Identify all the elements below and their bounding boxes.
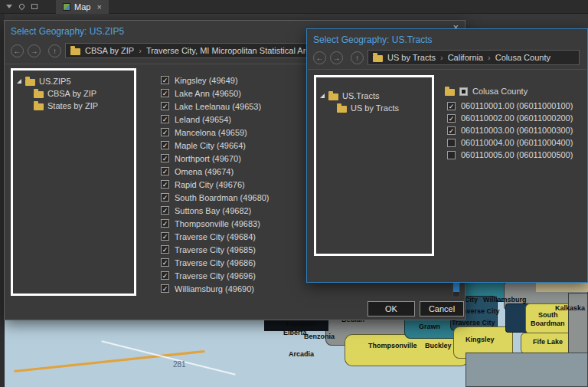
item-label: Traverse City (49685) (175, 245, 256, 254)
item-checkbox[interactable]: ✓ (161, 232, 169, 241)
item-checkbox[interactable]: ✓ (161, 193, 169, 202)
item-checkbox[interactable]: ✓ (161, 271, 169, 280)
item-label: Suttons Bay (49682) (175, 206, 251, 215)
list-item[interactable]: ✓060110003.00 (06011000300) (447, 124, 585, 136)
map-place-label: Grawn (419, 323, 440, 330)
item-checkbox[interactable]: ✓ (161, 89, 169, 97)
item-label: Traverse City (49684) (175, 232, 256, 241)
expand-caret-icon[interactable] (17, 79, 21, 84)
item-checkbox[interactable] (447, 151, 456, 159)
select-geography-tracts-dialog: Select Geography: US.Tracts ← → ↑ US by … (306, 28, 588, 283)
map-icon (63, 3, 70, 11)
item-label: 060110002.00 (06011000200) (461, 113, 573, 123)
item-label: 060110004.00 (06011000400) (461, 138, 573, 147)
item-checkbox[interactable]: ✓ (161, 258, 169, 267)
list-item[interactable]: 060110005.00 (06011000500) (447, 149, 585, 161)
breadcrumb-item[interactable]: CBSA by ZIP (85, 46, 134, 55)
folder-icon (328, 93, 338, 100)
tree-root[interactable]: US.Tracts (320, 90, 428, 102)
item-label: Leland (49654) (175, 115, 231, 124)
item-checkbox[interactable]: ✓ (161, 167, 169, 175)
item-label: South Boardman (49680) (175, 193, 270, 202)
item-checkbox[interactable]: ✓ (161, 206, 169, 215)
navigation-row: ← → ↑ US by Tracts›California›Colusa Cou… (313, 49, 580, 66)
list-item[interactable]: ✓Williamsburg (49690) (161, 282, 444, 295)
item-checkbox[interactable] (447, 139, 456, 147)
item-checkbox[interactable]: ✓ (447, 126, 456, 135)
cancel-button[interactable]: Cancel (420, 301, 464, 316)
geography-tree: US.Tracts US by Tracts (316, 77, 432, 119)
up-button[interactable]: ↑ (48, 44, 61, 57)
dock-icon[interactable] (31, 4, 38, 9)
item-checkbox[interactable]: ✓ (447, 102, 456, 110)
group-checkbox[interactable] (459, 87, 468, 96)
item-label: Traverse City (49686) (175, 258, 256, 267)
item-checkbox[interactable]: ✓ (447, 114, 456, 123)
chevron-down-icon[interactable] (6, 5, 12, 8)
breadcrumb-separator-icon: › (440, 53, 443, 62)
folder-icon (373, 55, 383, 62)
tree-item-label: CBSA by ZIP (47, 89, 96, 98)
list-item[interactable]: ✓060110001.00 (06011000100) (447, 100, 585, 112)
item-label: Northport (49670) (175, 154, 241, 163)
folder-icon (34, 103, 44, 110)
ok-button[interactable]: OK (368, 301, 415, 316)
topbar-icons (0, 4, 44, 9)
item-checkbox[interactable]: ✓ (161, 154, 169, 162)
tract-group-header[interactable]: Colusa County (445, 87, 528, 96)
map-polygon (466, 353, 588, 387)
tree-item[interactable]: States by ZIP (34, 100, 130, 112)
map-place-label: Kalkaska (555, 304, 585, 312)
folder-icon (445, 89, 455, 96)
breadcrumb[interactable]: US by Tracts›California›Colusa County (368, 50, 580, 65)
folder-icon (25, 79, 35, 86)
tab-close-icon[interactable]: × (96, 2, 101, 11)
tree-root[interactable]: US.ZIP5 (17, 75, 130, 87)
expand-caret-icon[interactable] (320, 93, 325, 98)
item-label: 060110003.00 (06011000300) (461, 126, 573, 135)
dialog-titlebar[interactable]: Select Geography: US.Tracts (307, 29, 587, 44)
item-label: Maple City (49664) (175, 141, 246, 150)
forward-button[interactable]: → (330, 51, 343, 64)
tree-item[interactable]: CBSA by ZIP (34, 87, 130, 100)
forward-button[interactable]: → (28, 44, 41, 57)
item-label: Kingsley (49649) (175, 76, 238, 85)
list-item[interactable]: ✓060110002.00 (06011000200) (447, 112, 585, 124)
item-checkbox[interactable]: ✓ (161, 219, 169, 228)
list-item[interactable]: 060110004.00 (06011000400) (447, 136, 585, 149)
item-checkbox[interactable]: ✓ (161, 141, 169, 149)
up-button[interactable]: ↑ (351, 51, 364, 64)
map-polygon (536, 282, 588, 292)
tree-item-label: US by Tracts (351, 103, 399, 113)
back-button[interactable]: ← (313, 51, 326, 64)
tab-map[interactable]: Map × (56, 0, 109, 14)
view-tab-bar: Map × (0, 0, 588, 14)
tree-item[interactable]: US by Tracts (337, 102, 428, 114)
back-button[interactable]: ← (11, 44, 24, 57)
tree-root-label: US.Tracts (342, 91, 380, 100)
breadcrumb-item[interactable]: California (448, 53, 483, 62)
geography-tree: US.ZIP5 CBSA by ZIP States by ZIP (13, 71, 134, 116)
map-place-label: Thompsonville (368, 342, 417, 349)
item-checkbox[interactable]: ✓ (161, 76, 169, 84)
breadcrumb-item[interactable]: Traverse City, MI Micropolitan Statistic… (146, 46, 315, 55)
item-label: Traverse City (49696) (175, 271, 256, 280)
breadcrumb-item[interactable]: US by Tracts (387, 53, 436, 62)
map-place-label: Arcadia (289, 350, 314, 358)
pin-icon[interactable] (18, 3, 26, 11)
item-checkbox[interactable]: ✓ (161, 128, 169, 136)
dialog-title: Select Geography: US.ZIP5 (11, 26, 124, 37)
breadcrumb-item[interactable]: Colusa County (495, 53, 550, 62)
item-checkbox[interactable]: ✓ (161, 102, 169, 110)
map-place-label: Kingsley (466, 336, 495, 343)
group-label: Colusa County (472, 87, 528, 96)
tree-item-label: States by ZIP (47, 101, 98, 110)
item-checkbox[interactable]: ✓ (161, 180, 169, 189)
item-checkbox[interactable]: ✓ (161, 115, 169, 123)
item-label: Williamsburg (49690) (175, 284, 254, 294)
breadcrumb-separator-icon: › (488, 53, 491, 62)
item-checkbox[interactable]: ✓ (161, 284, 169, 293)
item-checkbox[interactable]: ✓ (161, 245, 169, 254)
map-place-label: Frankfort (286, 320, 317, 328)
item-label: Thompsonville (49683) (175, 219, 260, 228)
